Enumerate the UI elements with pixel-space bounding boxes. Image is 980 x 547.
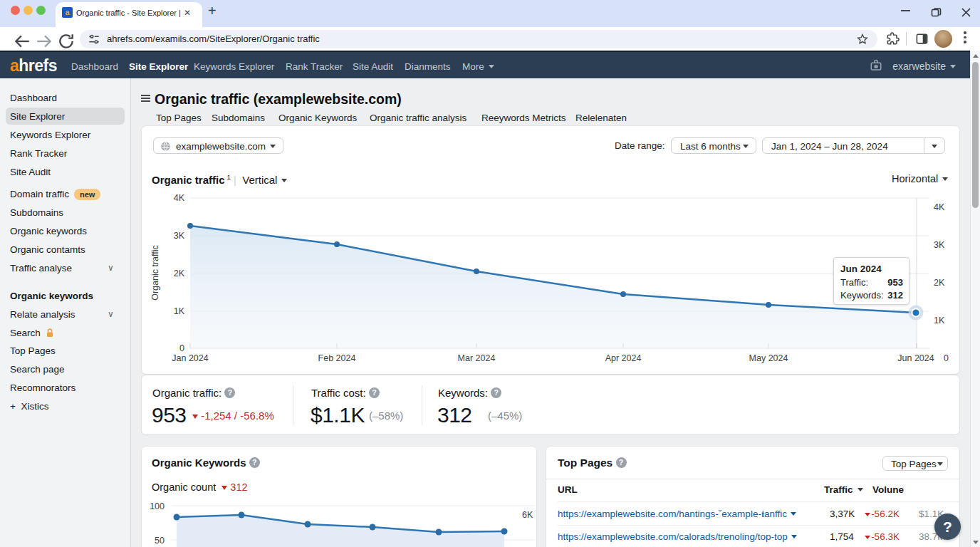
svg-text:6K: 6K <box>522 510 533 520</box>
svg-text:Mar 2024: Mar 2024 <box>458 353 496 363</box>
svg-text:1K: 1K <box>934 316 945 325</box>
svg-text:Jan 2024: Jan 2024 <box>172 353 208 363</box>
svg-text:Feb 2024: Feb 2024 <box>318 353 356 363</box>
svg-text:3K: 3K <box>174 231 185 241</box>
svg-text:0: 0 <box>179 343 184 353</box>
svg-text:3K: 3K <box>934 240 945 250</box>
svg-text:4K: 4K <box>174 193 185 203</box>
svg-text:May 2024: May 2024 <box>749 353 788 363</box>
svg-text:1K: 1K <box>174 306 185 316</box>
svg-text:2K: 2K <box>934 278 945 288</box>
svg-text:2K: 2K <box>174 269 185 278</box>
svg-text:Organic traffic: Organic traffic <box>150 245 160 301</box>
svg-text:Jun 2024: Jun 2024 <box>897 353 934 363</box>
svg-text:4K: 4K <box>934 202 945 212</box>
svg-text:50: 50 <box>155 536 165 546</box>
svg-text:0: 0 <box>944 353 949 363</box>
svg-text:100: 100 <box>150 501 165 511</box>
svg-text:Apr 2024: Apr 2024 <box>605 353 642 363</box>
